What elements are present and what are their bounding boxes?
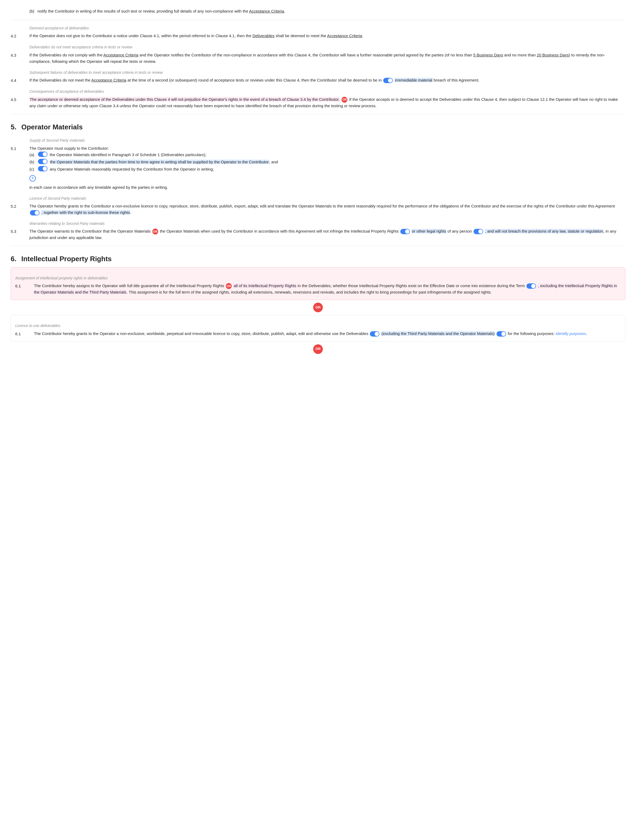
add-icon-5-1[interactable]: + <box>29 175 36 182</box>
label-6-1-assign: Assignment of intellectual property righ… <box>15 275 621 281</box>
clause-4-5: 4.5 The acceptance or deemed acceptance … <box>11 96 625 109</box>
num-6-1-assign: 6.1 <box>15 283 34 295</box>
toggle-4-4[interactable] <box>383 78 393 83</box>
clause-text-b: notify the Contributor in writing of the… <box>38 8 285 14</box>
text-5-1-b: the Operator Materials that the parties … <box>50 159 278 165</box>
content-4-5: The acceptance or deemed acceptance of t… <box>29 96 625 109</box>
text-5-1-a: the Operator Materials identified in Par… <box>50 152 206 158</box>
box-6-1-assignment: Assignment of intellectual property righ… <box>11 267 625 300</box>
identify-purposes: identify purposes <box>556 331 586 336</box>
clause-4-2: 4.2 If the Operator does not give to the… <box>11 33 625 39</box>
clause-num-b <box>11 8 29 15</box>
outro-5-1: in each case in accordance with any time… <box>29 184 625 191</box>
or-badge-large-6-1b: OR <box>313 344 323 354</box>
section-5-num: 5. <box>11 122 17 133</box>
sub-5-1-a: (a) the Operator Materials identified in… <box>29 152 625 158</box>
content-5-3: The Operator warrants to the Contributor… <box>29 228 625 241</box>
content-5-2: The Operator hereby grants to the Contri… <box>29 203 625 216</box>
highlight-5-3-b: , and will not breach the provisions of … <box>485 229 603 234</box>
highlight-4-4: irremediable material <box>395 78 433 82</box>
clause-6-1-assign: 6.1 The Contributor hereby assigns to th… <box>15 283 621 295</box>
content-4-3: If the Deliverables do not comply with t… <box>29 52 625 65</box>
num-6-1-licence: 6.1 <box>15 330 34 337</box>
section-6-num: 6. <box>11 253 17 265</box>
or-badge-4-5: OR <box>342 97 347 103</box>
label-4-2: Deemed acceptance of deliverables <box>29 25 625 31</box>
clause-content-b: (b) notify the Contributor in writing of… <box>29 8 625 15</box>
content-5-1: The Operator must supply to the Contribu… <box>29 145 625 191</box>
text-5-1-c: any Operator Materials reasonably reques… <box>50 166 214 172</box>
clause-5-3: 5.3 The Operator warrants to the Contrib… <box>11 228 625 241</box>
clause-5-2: 5.2 The Operator hereby grants to the Co… <box>11 203 625 216</box>
section-5-title: Operator Materials <box>21 122 83 133</box>
label-5-2: Licence of Second Party materials <box>29 196 625 201</box>
highlight-6-1-c: (excluding the Third Party Materials and… <box>381 331 495 336</box>
num-5-2: 5.2 <box>11 203 29 216</box>
toggle-5-1-c[interactable] <box>38 166 47 171</box>
clause-5-1: 5.1 The Operator must supply to the Cont… <box>11 145 625 191</box>
label-5-1: Supply of Second Party materials <box>29 137 625 143</box>
num-4-5: 4.5 <box>11 96 29 109</box>
toggle-5-3-b[interactable] <box>474 229 483 234</box>
or-badge-5-3: OR <box>152 229 158 234</box>
toggle-6-1-a[interactable] <box>526 283 536 289</box>
clause-6-1-licence: 6.1 The Contributor hereby grants to the… <box>15 330 621 337</box>
num-5-3: 5.3 <box>11 228 29 241</box>
content-4-2: If the Operator does not give to the Con… <box>29 33 625 39</box>
num-4-3: 4.3 <box>11 52 29 65</box>
highlight-6-1-a: all of its Intellectual Property Rights <box>233 283 296 288</box>
num-5-1: 5.1 <box>11 145 29 191</box>
content-4-4: If the Deliverables do not meet the Acce… <box>29 77 625 84</box>
sub-label-5-1-c: (c) <box>29 166 36 172</box>
clause-4-4: 4.4 If the Deliverables do not meet the … <box>11 77 625 84</box>
sub-label-b: (b) <box>29 8 36 14</box>
toggle-6-1-b[interactable] <box>370 331 379 336</box>
label-4-4: Subsequent failures of deliverables to m… <box>29 69 625 76</box>
highlight-5-2: , together with the right to sub-license… <box>41 210 130 215</box>
sub-5-1-c: (c) any Operator Materials reasonably re… <box>29 166 625 172</box>
num-4-4: 4.4 <box>11 77 29 84</box>
sub-label-5-1-a: (a) <box>29 152 36 158</box>
section-5-header: 5. Operator Materials <box>11 122 625 133</box>
clause-4-3: 4.3 If the Deliverables do not comply wi… <box>11 52 625 65</box>
highlight-5-3-a: or other legal rights <box>411 229 446 234</box>
section-6-header: 6. Intellectual Property Rights <box>11 253 625 265</box>
label-4-3: Deliverables do not meet acceptance crit… <box>29 44 625 50</box>
sub-5-1-b: (b) the Operator Materials that the part… <box>29 159 625 165</box>
toggle-5-1-a[interactable] <box>38 152 47 157</box>
toggle-5-3-a[interactable] <box>400 229 410 234</box>
box-6-1-licence: Licence to use deliverables 6.1 The Cont… <box>11 315 625 341</box>
label-4-5: Consequences of acceptance of deliverabl… <box>29 88 625 95</box>
toggle-6-1-c[interactable] <box>496 331 506 336</box>
label-6-1-licence: Licence to use deliverables <box>15 323 621 328</box>
or-badge-6-1-a: OR <box>226 283 232 289</box>
toggle-5-2[interactable] <box>30 210 39 215</box>
num-4-2: 4.2 <box>11 33 29 39</box>
toggle-5-1-b[interactable] <box>38 159 47 164</box>
highlight-4-5: The acceptance or deemed acceptance of t… <box>29 97 340 102</box>
label-5-3: Warranties relating to Second Party mate… <box>29 221 625 226</box>
content-6-1-licence: The Contributor hereby grants to the Ope… <box>34 330 621 337</box>
or-badge-large-6-1: OR <box>313 303 323 312</box>
clause-intro-b: (b) notify the Contributor in writing of… <box>11 8 625 15</box>
sub-label-5-1-b: (b) <box>29 159 36 165</box>
content-6-1-assign: The Contributor hereby assigns to the Op… <box>34 283 621 295</box>
section-6-title: Intellectual Property Rights <box>21 253 112 265</box>
